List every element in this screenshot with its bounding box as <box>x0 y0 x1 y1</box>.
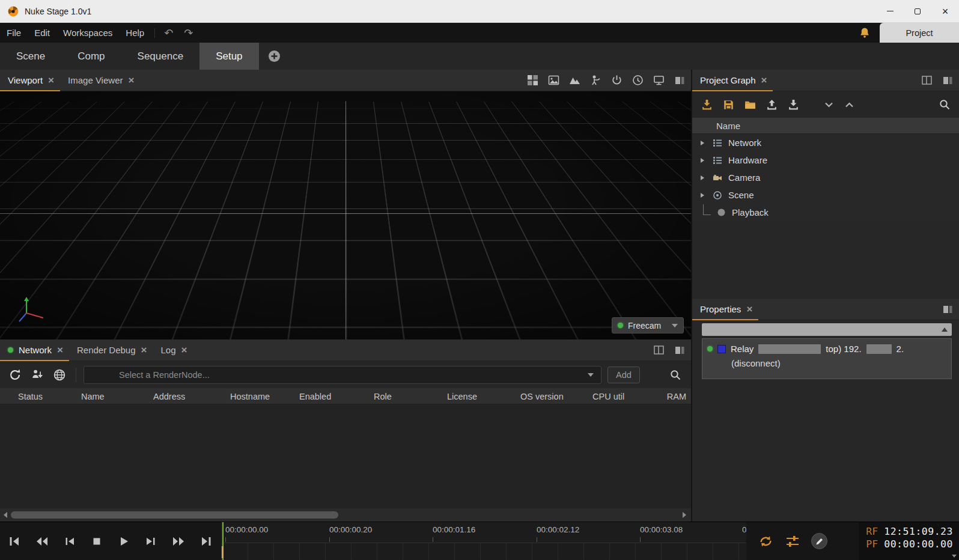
column-license[interactable]: License <box>447 388 477 404</box>
tree-row-camera[interactable]: Camera <box>692 169 959 186</box>
columns-icon[interactable] <box>653 344 665 356</box>
fast-forward-button[interactable] <box>172 535 185 547</box>
tree-row-playback[interactable]: Playback <box>692 204 959 221</box>
camera-selector-dropdown[interactable]: Freecam <box>612 317 684 333</box>
tab-image-viewer[interactable]: Image Viewer × <box>60 70 140 91</box>
menu-edit[interactable]: Edit <box>28 23 56 43</box>
tab-project-graph[interactable]: Project Graph × <box>692 70 773 91</box>
viewport-3d-view[interactable]: Freecam <box>0 91 691 339</box>
workspace-tab-comp[interactable]: Comp <box>61 43 121 70</box>
timecode-display[interactable]: RF 12:51:09.23 PF 00:00:00.00 <box>859 522 959 560</box>
minimize-button[interactable] <box>876 0 904 22</box>
relay-properties-card[interactable]: Relay top) 192. 2. (disconnect) <box>702 338 952 379</box>
close-tab-icon[interactable]: × <box>128 75 134 85</box>
loop-playback-icon[interactable] <box>758 534 774 549</box>
previous-frame-button[interactable] <box>64 535 76 547</box>
disconnect-link[interactable]: (disconnect) <box>731 358 781 368</box>
maximize-button[interactable] <box>904 0 931 22</box>
workspace-tab-sequence[interactable]: Sequence <box>121 43 200 70</box>
import-icon[interactable] <box>701 99 713 111</box>
tab-network[interactable]: Network × <box>0 339 69 361</box>
close-tab-icon[interactable]: × <box>181 345 187 355</box>
column-ram[interactable]: RAM <box>667 388 686 404</box>
search-icon[interactable] <box>939 99 951 111</box>
download-icon[interactable] <box>787 99 800 111</box>
search-icon[interactable] <box>669 369 681 381</box>
clock-sync-icon[interactable] <box>632 75 644 86</box>
scroll-right-icon[interactable] <box>683 512 686 518</box>
column-hostname[interactable]: Hostname <box>230 388 270 404</box>
add-button[interactable]: Add <box>607 367 640 383</box>
next-frame-button[interactable] <box>145 535 157 547</box>
column-role[interactable]: Role <box>374 388 392 404</box>
expander-icon[interactable] <box>699 140 707 146</box>
camera-rig-icon[interactable] <box>590 75 601 86</box>
column-os-version[interactable]: OS version <box>520 388 564 404</box>
tab-viewport[interactable]: Viewport × <box>0 70 60 91</box>
network-table-body[interactable] <box>0 404 691 508</box>
workspace-tab-scene[interactable]: Scene <box>0 43 61 70</box>
display-icon[interactable] <box>653 75 665 86</box>
timeline-ruler[interactable]: 00:00:00.00 00:00:00.20 00:00:01.16 00:0… <box>221 522 746 560</box>
layout-grid-icon[interactable] <box>527 75 538 86</box>
environment-icon[interactable] <box>569 75 580 86</box>
tab-render-debug[interactable]: Render Debug × <box>69 339 153 361</box>
name-column-header[interactable]: Name <box>692 118 959 134</box>
column-name[interactable]: Name <box>81 388 105 404</box>
globe-icon[interactable] <box>53 368 66 382</box>
menu-file[interactable]: File <box>0 23 28 43</box>
properties-scrollbar[interactable] <box>702 323 952 336</box>
menu-workspaces[interactable]: Workspaces <box>56 23 119 43</box>
import-node-icon[interactable] <box>31 368 44 382</box>
expander-icon[interactable] <box>699 192 707 198</box>
scroll-up-icon[interactable] <box>942 327 948 332</box>
stop-button[interactable] <box>91 535 103 547</box>
redo-icon[interactable]: ↷ <box>178 26 198 40</box>
chevron-down-icon[interactable] <box>952 555 957 558</box>
columns-icon[interactable] <box>921 75 933 86</box>
scrollbar-thumb[interactable] <box>11 511 338 519</box>
skip-to-start-button[interactable] <box>8 535 20 547</box>
panel-layout-icon[interactable] <box>674 345 685 356</box>
chevron-up-icon[interactable] <box>844 99 855 111</box>
tab-log[interactable]: Log × <box>153 339 193 361</box>
expander-icon[interactable] <box>699 175 707 181</box>
close-tab-icon[interactable]: × <box>57 345 63 355</box>
scroll-left-icon[interactable] <box>4 512 7 518</box>
horizontal-scrollbar[interactable] <box>0 508 691 522</box>
undo-icon[interactable]: ↶ <box>159 26 178 40</box>
filter-sliders-icon[interactable] <box>785 534 800 549</box>
column-status[interactable]: Status <box>18 388 43 404</box>
tree-row-scene[interactable]: Scene <box>692 186 959 204</box>
export-icon[interactable] <box>766 99 778 111</box>
add-workspace-icon[interactable] <box>268 50 281 62</box>
expander-icon[interactable] <box>699 157 707 163</box>
tree-row-network[interactable]: Network <box>692 134 959 151</box>
project-panel-tab[interactable]: Project <box>880 23 959 43</box>
workspace-tab-setup[interactable]: Setup <box>199 43 258 70</box>
rendernode-dropdown[interactable]: Select a RenderNode... <box>84 366 601 384</box>
tree-row-hardware[interactable]: Hardware <box>692 151 959 169</box>
panel-layout-icon[interactable] <box>942 304 953 315</box>
close-tab-icon[interactable]: × <box>746 304 752 314</box>
tab-properties[interactable]: Properties × <box>692 299 758 320</box>
close-button[interactable]: × <box>931 0 959 22</box>
image-icon[interactable] <box>548 75 559 86</box>
rewind-button[interactable] <box>35 535 49 547</box>
chevron-down-icon[interactable] <box>823 99 835 111</box>
power-icon[interactable] <box>611 75 623 86</box>
skip-to-end-button[interactable] <box>200 535 212 547</box>
refresh-icon[interactable] <box>8 368 22 382</box>
open-folder-icon[interactable] <box>744 99 757 111</box>
panel-layout-icon[interactable] <box>942 75 953 86</box>
close-tab-icon[interactable]: × <box>48 75 54 85</box>
close-tab-icon[interactable]: × <box>141 345 147 355</box>
column-enabled[interactable]: Enabled <box>299 388 331 404</box>
close-tab-icon[interactable]: × <box>761 75 767 85</box>
column-cpu-util[interactable]: CPU util <box>592 388 624 404</box>
menu-help[interactable]: Help <box>119 23 151 43</box>
notifications-bell-icon[interactable] <box>859 27 870 38</box>
panel-layout-icon[interactable] <box>674 75 685 86</box>
annotation-pencil-icon[interactable] <box>811 533 827 549</box>
node-color-swatch[interactable] <box>717 345 726 353</box>
